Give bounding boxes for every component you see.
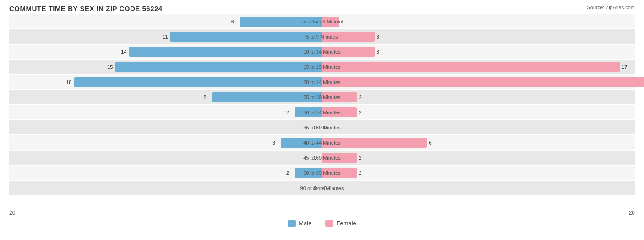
value-female: 2	[359, 170, 361, 176]
value-female: 0	[324, 185, 327, 191]
bar-female	[322, 138, 427, 148]
legend-female: Female	[325, 220, 356, 227]
chart-row: 25 to 29 Minutes82	[9, 90, 635, 104]
value-female: 17	[622, 64, 627, 70]
legend-male-label: Male	[299, 220, 311, 227]
value-female: 0	[324, 125, 327, 130]
value-male: 18	[66, 79, 71, 85]
legend: Male Female	[9, 220, 635, 227]
bar-female	[322, 168, 357, 178]
value-female: 1	[341, 19, 344, 24]
value-female: 6	[429, 140, 431, 145]
chart-container: COMMUTE TIME BY SEX IN ZIP CODE 56224 So…	[0, 0, 644, 240]
value-female: 3	[377, 34, 379, 39]
bar-male	[74, 77, 322, 87]
value-male: 8	[204, 95, 207, 100]
bar-male	[295, 107, 322, 117]
bar-female	[322, 32, 375, 42]
row-label: 90 or more Minutes	[300, 185, 344, 191]
bar-male	[295, 168, 322, 178]
value-female: 2	[359, 155, 361, 161]
value-male: 15	[107, 64, 113, 70]
chart-area: Less than 5 Minutes615 to 9 Minutes11310…	[9, 14, 635, 207]
value-female: 2	[359, 110, 361, 115]
axis-bottom: 20 20	[9, 208, 635, 218]
bar-female	[322, 107, 357, 117]
value-male: 0	[314, 155, 317, 161]
value-male: 2	[286, 170, 289, 176]
chart-row: 20 to 24 Minutes1819	[9, 75, 635, 89]
value-male: 3	[273, 140, 275, 145]
value-male: 0	[314, 185, 317, 191]
legend-female-label: Female	[336, 220, 356, 227]
bar-male	[212, 92, 322, 102]
bar-male	[115, 62, 322, 72]
chart-row: 15 to 19 Minutes1517	[9, 60, 635, 74]
chart-row: 60 to 89 Minutes22	[9, 166, 635, 180]
chart-title: COMMUTE TIME BY SEX IN ZIP CODE 56224	[9, 5, 635, 12]
chart-row: 5 to 9 Minutes113	[9, 29, 635, 44]
chart-row: 30 to 34 Minutes22	[9, 105, 635, 119]
chart-row: 35 to 39 Minutes00	[9, 120, 635, 134]
value-male: 11	[162, 34, 168, 39]
bar-male	[240, 17, 322, 27]
chart-row: Less than 5 Minutes61	[9, 14, 635, 28]
value-male: 6	[231, 19, 234, 24]
legend-female-box	[325, 220, 333, 227]
bar-female	[322, 92, 357, 102]
legend-male: Male	[288, 220, 311, 227]
value-male: 0	[314, 125, 317, 130]
source-label: Source: ZipAtlas.com	[587, 5, 635, 10]
value-female: 2	[359, 95, 361, 100]
value-male: 2	[286, 110, 289, 115]
bar-female	[322, 153, 357, 163]
chart-row: 10 to 14 Minutes143	[9, 45, 635, 59]
bar-female	[322, 62, 620, 72]
value-female: 3	[377, 49, 379, 55]
legend-male-box	[288, 220, 296, 227]
axis-left-value: 20	[9, 210, 15, 216]
chart-row: 90 or more Minutes00	[9, 181, 635, 195]
chart-row: 45 to 59 Minutes02	[9, 151, 635, 165]
row-label: 35 to 39 Minutes	[303, 125, 340, 130]
bar-female	[322, 77, 644, 87]
bar-female	[322, 17, 339, 27]
bar-male	[129, 47, 322, 57]
bar-male	[170, 32, 322, 42]
axis-right-value: 20	[629, 210, 635, 216]
chart-row: 40 to 44 Minutes36	[9, 135, 635, 150]
bar-female	[322, 47, 375, 57]
bar-male	[281, 138, 322, 148]
value-male: 14	[121, 49, 126, 55]
